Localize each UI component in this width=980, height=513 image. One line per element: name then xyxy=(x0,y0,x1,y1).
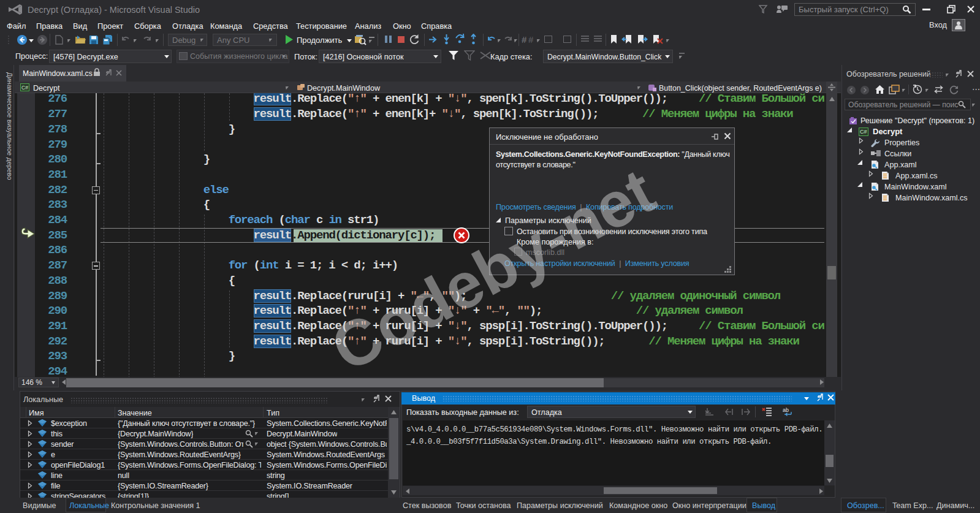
svg-text:ab: ab xyxy=(783,407,789,413)
